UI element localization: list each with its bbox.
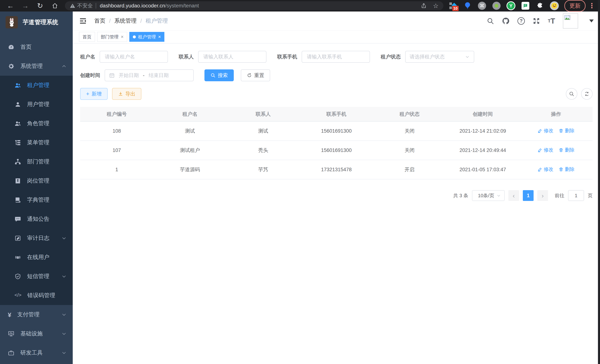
- security-label[interactable]: 不安全: [77, 2, 93, 9]
- sidebar-item-system[interactable]: 系统管理: [0, 56, 73, 76]
- sidebar-item-sms[interactable]: 短信管理: [0, 267, 73, 286]
- sidebar-item-label: 岗位管理: [27, 177, 49, 185]
- date-range-picker[interactable]: 开始日期 - 结束日期: [105, 69, 194, 81]
- sidebar-collapse-icon[interactable]: [79, 17, 87, 25]
- tab-home[interactable]: 首页: [79, 32, 95, 42]
- dashboard-icon: [8, 44, 14, 50]
- url-path[interactable]: /system/tenant: [165, 3, 199, 9]
- export-button[interactable]: 导出: [112, 88, 141, 100]
- sidebar-item-dict[interactable]: 字典管理: [0, 190, 73, 209]
- sidebar-item-devtools[interactable]: 研发工具: [0, 343, 73, 362]
- breadcrumb-home[interactable]: 首页: [94, 17, 105, 25]
- create-time-label: 创建时间: [80, 72, 100, 79]
- sidebar-item-notice[interactable]: 通知公告: [0, 209, 73, 229]
- tab-close-icon[interactable]: ×: [158, 34, 161, 40]
- extension-diamond-icon[interactable]: 10: [449, 1, 458, 10]
- sidebar-item-pay[interactable]: ¥ 支付管理: [0, 305, 73, 324]
- tab-tenant-active[interactable]: 租户管理 ×: [129, 32, 164, 42]
- browser-reload-icon[interactable]: ↻: [33, 1, 47, 10]
- y-glyph: Y: [509, 3, 512, 9]
- reset-button[interactable]: 重置: [241, 69, 270, 81]
- status-select[interactable]: 请选择租户状态: [405, 51, 474, 63]
- next-page-button[interactable]: ›: [537, 190, 548, 201]
- page-size-select[interactable]: 10条/页: [472, 190, 505, 201]
- trash-icon: [559, 128, 563, 133]
- edit-pencil-icon: [537, 128, 542, 133]
- search-button-label: 搜索: [218, 72, 228, 79]
- sidebar-item-menus[interactable]: 菜单管理: [0, 133, 73, 152]
- sidebar-item-tenant[interactable]: 租户管理: [0, 76, 73, 95]
- col-contact: 联系人: [226, 107, 300, 121]
- delete-link[interactable]: 删除: [559, 166, 575, 173]
- user-avatar-broken-image[interactable]: [563, 13, 578, 28]
- browser-menu-kebab-icon[interactable]: ⋮: [587, 2, 597, 10]
- extension-green-dot-icon[interactable]: [492, 1, 501, 10]
- current-page-button[interactable]: 1: [523, 190, 534, 201]
- extension-y-logo-icon[interactable]: Y: [506, 1, 516, 10]
- sidebar-item-label: 支付管理: [17, 311, 39, 318]
- extension-command-icon[interactable]: ⌘: [478, 1, 487, 10]
- fullscreen-icon[interactable]: [533, 17, 540, 25]
- sidebar-item-audit-log[interactable]: 审计日志: [0, 229, 73, 248]
- message-icon: [14, 216, 21, 223]
- browser-back-icon[interactable]: ←: [3, 1, 18, 10]
- browser-update-button[interactable]: 更新: [564, 0, 586, 12]
- sidebar-item-home[interactable]: 首页: [0, 37, 73, 56]
- address-bar[interactable]: 不安全 dashboard.yudao.iocoder.cn /system/t…: [65, 1, 443, 10]
- tenant-page: 租户名 联系人 联系手机 租户状态 请选择租户状态: [73, 43, 600, 364]
- sidebar-item-label: 菜单管理: [27, 139, 49, 146]
- sidebar-item-users[interactable]: 用户管理: [0, 95, 73, 114]
- share-icon[interactable]: [421, 3, 427, 9]
- chevron-down-icon: [62, 236, 66, 241]
- sidebar-item-error-code[interactable]: </> 错误码管理: [0, 286, 73, 305]
- app-logo-row[interactable]: 芋道管理系统: [0, 11, 73, 33]
- tenant-name-label: 租户名: [80, 53, 95, 60]
- goto-page-input[interactable]: [568, 190, 584, 201]
- edit-link[interactable]: 修改: [537, 127, 553, 134]
- chevron-down-icon: [62, 350, 66, 355]
- filter-create-time: 创建时间 开始日期 - 结束日期: [80, 69, 194, 81]
- add-button[interactable]: + 新增: [80, 88, 108, 100]
- end-date-placeholder: 结束日期: [149, 72, 169, 79]
- breadcrumb-system[interactable]: 系统管理: [114, 17, 137, 25]
- cell-contact: 测试: [226, 121, 300, 141]
- cell-tenant-name: 芋道源码: [153, 160, 227, 179]
- sidebar-item-online-users[interactable]: 在线用户: [0, 248, 73, 267]
- tab-dept[interactable]: 部门管理 ×: [97, 32, 127, 42]
- cell-status: 开启: [373, 160, 446, 179]
- font-size-icon[interactable]: TT: [548, 17, 555, 25]
- delete-link[interactable]: 删除: [559, 127, 575, 134]
- github-icon[interactable]: [502, 17, 510, 25]
- delete-link[interactable]: 删除: [559, 147, 575, 153]
- extension-badge: 10: [452, 6, 459, 11]
- edit-link[interactable]: 修改: [537, 166, 553, 173]
- header-search-icon[interactable]: [487, 17, 494, 25]
- search-button[interactable]: 搜索: [205, 69, 234, 81]
- tenant-name-input[interactable]: [100, 51, 168, 63]
- avatar-caret-down-icon[interactable]: [589, 19, 594, 22]
- sidebar-item-posts[interactable]: 岗位管理: [0, 171, 73, 190]
- profile-emoji-avatar[interactable]: [550, 1, 559, 10]
- cell-tenant-id: 108: [80, 121, 153, 141]
- prev-page-button[interactable]: ‹: [508, 190, 519, 201]
- edit-link[interactable]: 修改: [537, 147, 553, 153]
- sidebar-item-roles[interactable]: 角色管理: [0, 114, 73, 133]
- tab-close-icon[interactable]: ×: [121, 34, 123, 40]
- extension-chat-icon[interactable]: [521, 1, 530, 10]
- extension-balloon-icon[interactable]: [463, 1, 472, 10]
- extension-puzzle-icon[interactable]: [535, 1, 544, 10]
- url-host[interactable]: dashboard.yudao.iocoder.cn: [100, 3, 165, 9]
- sidebar-item-infra[interactable]: 基础设施: [0, 324, 73, 343]
- sidebar-item-depts[interactable]: 部门管理: [0, 152, 73, 171]
- app-logo-rabbit: [6, 16, 18, 28]
- code-icon: </>: [14, 292, 21, 299]
- contact-input[interactable]: [198, 51, 266, 63]
- bookmark-star-icon[interactable]: ☆: [433, 2, 439, 9]
- tab-label: 租户管理: [138, 34, 156, 40]
- toggle-search-button[interactable]: [566, 88, 577, 100]
- mobile-input[interactable]: [302, 51, 370, 63]
- browser-home-icon[interactable]: [47, 1, 62, 10]
- refresh-table-button[interactable]: [581, 88, 593, 100]
- help-icon[interactable]: ?: [517, 17, 525, 25]
- browser-forward-icon[interactable]: →: [18, 1, 33, 10]
